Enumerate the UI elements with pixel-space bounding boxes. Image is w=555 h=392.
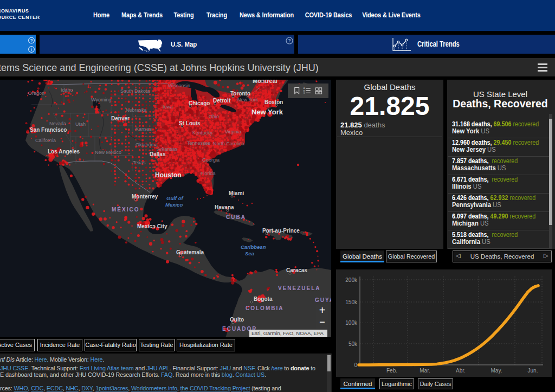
svg-text:Oregon: Oregon xyxy=(28,91,44,96)
svg-text:Kansas: Kansas xyxy=(135,126,152,132)
svg-text:CUBA: CUBA xyxy=(226,214,246,220)
svg-text:MÉXICO: MÉXICO xyxy=(112,206,139,213)
svg-text:Tennessee: Tennessee xyxy=(187,140,211,146)
svg-text:Nevada: Nevada xyxy=(49,121,66,126)
svg-text:Iowa: Iowa xyxy=(163,104,173,110)
svg-text:Idaho: Idaho xyxy=(61,87,73,93)
svg-text:50k: 50k xyxy=(349,341,358,347)
svg-text:South Dakota: South Dakota xyxy=(120,88,150,94)
svg-text:Wisconsin: Wisconsin xyxy=(168,83,190,88)
svg-text:Jun.: Jun. xyxy=(528,368,538,374)
svg-text:Havana: Havana xyxy=(215,204,234,210)
svg-text:0: 0 xyxy=(354,362,357,368)
svg-text:Caribbean: Caribbean xyxy=(241,244,266,250)
svg-text:Dallas: Dallas xyxy=(150,151,166,157)
svg-text:New Mexico: New Mexico xyxy=(95,150,121,155)
svg-text:Florida: Florida xyxy=(201,171,216,176)
svg-text:Wyoming.: Wyoming. xyxy=(91,97,113,102)
svg-text:Abr.: Abr. xyxy=(456,368,466,374)
svg-text:Nebraska: Nebraska xyxy=(126,107,147,113)
svg-text:California: California xyxy=(35,138,56,143)
svg-text:North Carolina: North Carolina xyxy=(213,141,244,146)
svg-text:Port-au-Prince: Port-au-Prince xyxy=(262,228,300,234)
svg-text:May.: May. xyxy=(491,368,502,374)
svg-text:100k: 100k xyxy=(345,320,358,326)
svg-text:Chicago: Chicago xyxy=(189,100,210,106)
svg-text:Virginia: Virginia xyxy=(225,129,241,134)
svg-text:Montreal: Montreal xyxy=(253,80,278,84)
svg-text:Kentucky: Kentucky xyxy=(192,130,213,136)
svg-text:Los Angeles: Los Angeles xyxy=(48,149,80,155)
svg-text:Mar.: Mar. xyxy=(420,368,430,374)
svg-text:Ohio: Ohio xyxy=(209,114,219,119)
svg-text:New York: New York xyxy=(251,108,283,116)
svg-text:San Francisco: San Francisco xyxy=(30,127,67,133)
svg-text:C: C xyxy=(304,92,305,94)
svg-text:Denver: Denver xyxy=(111,115,130,121)
svg-text:?: ? xyxy=(30,38,33,43)
svg-text:Bogota: Bogota xyxy=(254,296,273,302)
svg-text:Sea: Sea xyxy=(245,250,254,256)
svg-text:New York: New York xyxy=(237,97,259,102)
svg-text:GUYAN: GUYAN xyxy=(315,297,331,303)
svg-text:?: ? xyxy=(288,38,291,43)
svg-text:Utah: Utah xyxy=(75,121,86,127)
svg-text:VENEZUELA: VENEZUELA xyxy=(278,285,321,291)
svg-text:Georgia: Georgia xyxy=(202,157,220,163)
svg-text:Texas: Texas xyxy=(133,160,146,165)
svg-text:COLOMBIA: COLOMBIA xyxy=(246,305,283,311)
svg-text:Feb.: Feb. xyxy=(386,368,397,374)
svg-text:Houston: Houston xyxy=(155,171,182,179)
svg-text:200k: 200k xyxy=(345,277,358,283)
svg-text:Gulf of: Gulf of xyxy=(166,195,183,201)
svg-text:Quito: Quito xyxy=(230,317,244,323)
svg-text:150k: 150k xyxy=(345,299,358,305)
svg-text:Oklahoma: Oklahoma xyxy=(135,142,158,147)
svg-text:Boston: Boston xyxy=(264,99,283,105)
svg-text:Mexico: Mexico xyxy=(165,202,183,208)
